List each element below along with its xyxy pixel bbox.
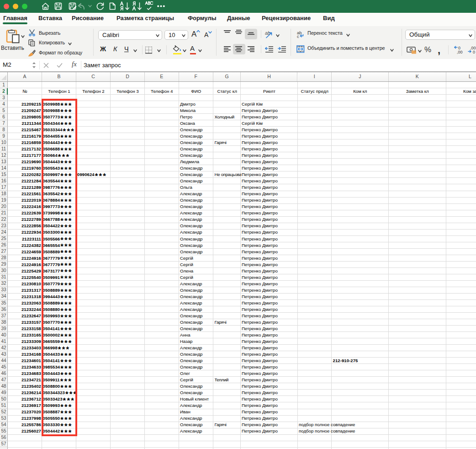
svg-text:0: 0 (473, 50, 475, 54)
svg-text:c: c (297, 34, 299, 39)
svg-text:,00: ,00 (457, 50, 463, 54)
